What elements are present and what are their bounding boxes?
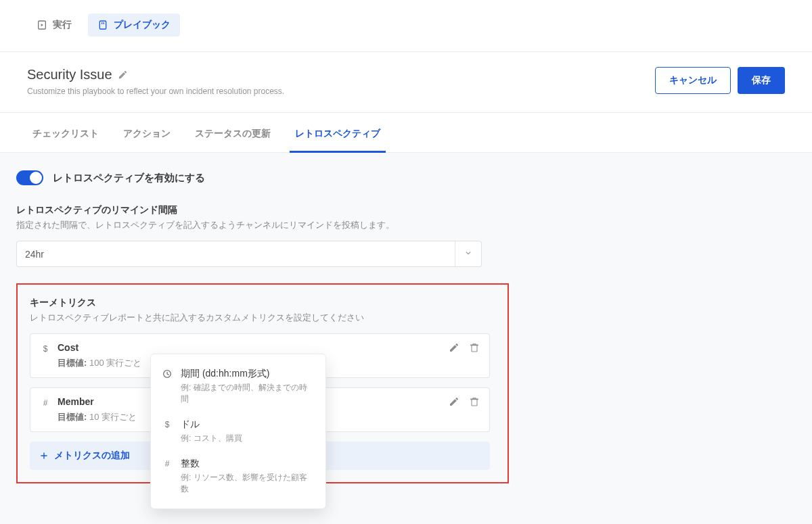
metric-name: Cost bbox=[58, 342, 141, 353]
top-nav: 実行 プレイブック bbox=[0, 0, 812, 52]
remind-desc: 指定された間隔で、レトロスペクティブを記入するようチャンネルにリマインドを投稿し… bbox=[16, 219, 796, 231]
delete-metric-icon[interactable] bbox=[469, 342, 480, 353]
popover-sub: 例: リソース数、影響を受けた顧客数 bbox=[181, 472, 315, 495]
run-icon bbox=[37, 20, 47, 30]
metric-type-duration[interactable]: 期間 (dd:hh:mm形式) 例: 確認までの時間、解決までの時間 bbox=[151, 361, 325, 412]
tab-status[interactable]: ステータスの更新 bbox=[189, 113, 276, 153]
popover-label: 期間 (dd:hh:mm形式) bbox=[181, 368, 315, 380]
save-button[interactable]: 保存 bbox=[738, 67, 785, 94]
metric-target: 目標値: 10 実行ごと bbox=[58, 411, 137, 423]
metrics-title: キーメトリクス bbox=[30, 297, 495, 309]
delete-metric-icon[interactable] bbox=[469, 396, 480, 407]
topnav-playbook-label: プレイブック bbox=[114, 19, 171, 31]
header: Security Issue Customize this playbook t… bbox=[0, 52, 812, 113]
enable-retro-toggle[interactable] bbox=[16, 170, 43, 185]
remind-interval-select[interactable]: 24hr bbox=[16, 241, 482, 267]
hash-icon bbox=[162, 458, 173, 495]
metric-type-integer[interactable]: 整数 例: リソース数、影響を受けた顧客数 bbox=[151, 451, 325, 502]
cancel-button[interactable]: キャンセル bbox=[655, 67, 731, 94]
edit-title-icon[interactable] bbox=[118, 70, 128, 80]
hash-icon bbox=[40, 398, 51, 410]
sub-tabs: チェックリスト アクション ステータスの更新 レトロスペクティブ bbox=[0, 113, 812, 153]
add-metric-label: メトリクスの追加 bbox=[54, 450, 130, 462]
remind-title: レトロスペクティブのリマインド間隔 bbox=[16, 204, 796, 216]
metrics-desc: レトロスペクティブレポートと共に記入するカスタムメトリクスを設定してください bbox=[30, 312, 495, 324]
topnav-run-label: 実行 bbox=[53, 19, 72, 31]
popover-sub: 例: 確認までの時間、解決までの時間 bbox=[181, 382, 315, 405]
key-metrics-section: キーメトリクス レトロスペクティブレポートと共に記入するカスタムメトリクスを設定… bbox=[16, 283, 509, 483]
tab-actions[interactable]: アクション bbox=[118, 113, 176, 153]
content: レトロスペクティブを有効にする レトロスペクティブのリマインド間隔 指定された間… bbox=[0, 153, 812, 524]
popover-sub: 例: コスト、購買 bbox=[181, 433, 242, 444]
enable-retro-label: レトロスペクティブを有効にする bbox=[53, 172, 205, 185]
tab-checklist[interactable]: チェックリスト bbox=[27, 113, 104, 153]
enable-retro-row: レトロスペクティブを有効にする bbox=[16, 170, 796, 185]
metric-target: 目標値: 100 実行ごと bbox=[58, 357, 141, 369]
remind-interval-value: 24hr bbox=[17, 242, 52, 266]
chevron-down-icon bbox=[455, 241, 481, 266]
metric-type-popover: 期間 (dd:hh:mm形式) 例: 確認までの時間、解決までの時間 ドル 例:… bbox=[150, 354, 326, 509]
clock-icon bbox=[162, 368, 173, 405]
popover-label: 整数 bbox=[181, 458, 315, 470]
edit-metric-icon[interactable] bbox=[449, 396, 459, 407]
metric-name: Member bbox=[58, 396, 137, 407]
topnav-run[interactable]: 実行 bbox=[27, 14, 81, 37]
tab-retrospective[interactable]: レトロスペクティブ bbox=[290, 113, 386, 153]
plus-icon bbox=[39, 451, 49, 460]
metric-type-dollar[interactable]: ドル 例: コスト、購買 bbox=[151, 412, 325, 451]
playbook-icon bbox=[97, 20, 108, 30]
page-title: Security Issue bbox=[27, 67, 112, 82]
topnav-playbook[interactable]: プレイブック bbox=[88, 14, 180, 37]
popover-label: ドル bbox=[181, 419, 242, 431]
remind-section: レトロスペクティブのリマインド間隔 指定された間隔で、レトロスペクティブを記入す… bbox=[16, 204, 796, 267]
edit-metric-icon[interactable] bbox=[449, 342, 459, 353]
dollar-icon bbox=[162, 419, 173, 444]
page-subtitle: Customize this playbook to reflect your … bbox=[27, 87, 284, 96]
dollar-icon bbox=[40, 343, 51, 356]
